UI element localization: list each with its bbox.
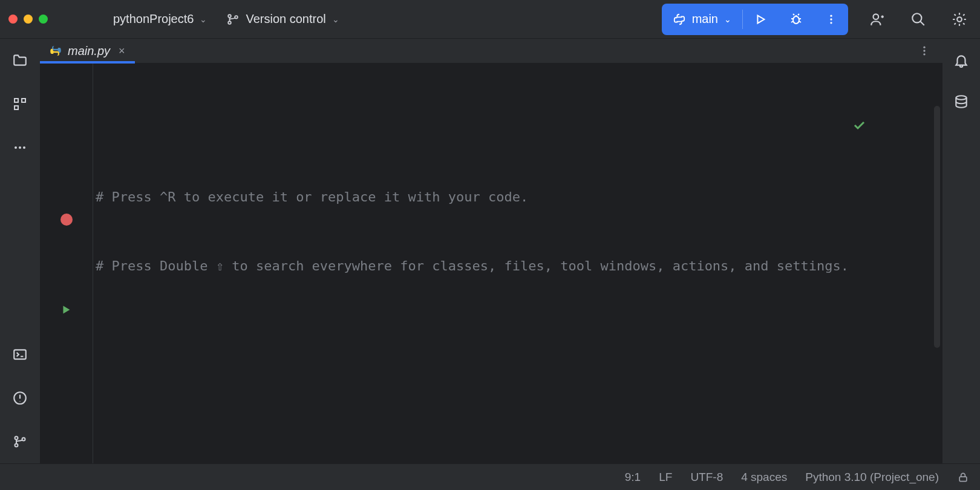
bug-icon: [789, 12, 803, 27]
vcs-tool-button[interactable]: [8, 430, 32, 454]
python-interpreter[interactable]: Python 3.10 (Project_one): [805, 471, 939, 484]
status-bar: 9:1 LF UTF-8 4 spaces Python 3.10 (Proje…: [0, 463, 980, 490]
branch-icon: [226, 13, 240, 26]
breakpoint-marker[interactable]: [60, 214, 73, 226]
chevron-down-icon: ⌄: [200, 15, 207, 24]
svg-point-9: [957, 17, 962, 22]
folder-icon: [12, 53, 28, 68]
svg-point-8: [912, 13, 921, 22]
svg-point-1: [229, 21, 232, 24]
svg-point-18: [15, 437, 18, 440]
indent-setting[interactable]: 4 spaces: [741, 471, 787, 484]
more-horizontal-icon: [13, 140, 27, 155]
debug-button[interactable]: [778, 4, 814, 35]
chevron-down-icon: ⌄: [332, 15, 339, 24]
minimize-window-button[interactable]: [24, 15, 33, 24]
chevron-down-icon: ⌄: [724, 15, 731, 24]
editor-tab[interactable]: main.py ×: [40, 39, 135, 63]
more-vertical-icon: [825, 13, 837, 25]
run-config-name: main: [692, 12, 718, 26]
svg-point-13: [15, 146, 17, 149]
title-bar: pythonProject6 ⌄ Version control ⌄ main …: [0, 0, 980, 39]
more-tools-button[interactable]: [8, 136, 32, 160]
run-config-selector[interactable]: main ⌄: [662, 4, 742, 35]
code-comment: # Press Double ⇧ to search everywhere fo…: [96, 255, 849, 278]
close-window-button[interactable]: [8, 15, 18, 24]
code-line: def print_hi(name):: [96, 462, 942, 463]
bell-icon: [953, 53, 969, 68]
code-content[interactable]: # Press ^R to execute it or replace it w…: [93, 64, 942, 463]
cursor-position[interactable]: 9:1: [625, 471, 641, 484]
more-run-options-button[interactable]: [814, 4, 848, 35]
play-icon: [754, 13, 767, 26]
vcs-selector[interactable]: Version control ⌄: [226, 12, 339, 26]
svg-point-21: [923, 47, 925, 48]
run-button[interactable]: [743, 4, 778, 35]
gear-icon: [952, 11, 967, 27]
left-toolbar: [0, 39, 40, 463]
zoom-window-button[interactable]: [39, 15, 48, 24]
vcs-label: Version control: [246, 12, 325, 26]
run-line-marker[interactable]: [59, 303, 73, 316]
vertical-scrollbar[interactable]: [934, 106, 940, 348]
svg-point-5: [830, 18, 832, 20]
problems-tool-button[interactable]: [8, 386, 32, 410]
editor-gutter[interactable]: [40, 64, 93, 463]
check-icon: [852, 118, 866, 132]
svg-rect-25: [959, 477, 967, 482]
svg-point-2: [235, 16, 238, 19]
main-area: main.py ×: [0, 39, 980, 463]
svg-point-23: [923, 53, 925, 55]
svg-point-0: [229, 15, 232, 18]
right-toolbar: [942, 39, 980, 463]
more-vertical-icon: [918, 45, 930, 57]
structure-tool-button[interactable]: [8, 92, 32, 116]
project-selector[interactable]: pythonProject6 ⌄: [113, 12, 207, 26]
tab-options-button[interactable]: [912, 39, 936, 63]
editor-column: main.py ×: [40, 39, 942, 463]
code-with-me-button[interactable]: [865, 7, 889, 31]
window-controls: [8, 15, 48, 24]
close-tab-button[interactable]: ×: [119, 45, 125, 57]
inspection-ok-icon[interactable]: [852, 72, 932, 178]
python-file-icon: [50, 45, 62, 57]
code-editor[interactable]: # Press ^R to execute it or replace it w…: [40, 64, 942, 463]
svg-point-3: [793, 16, 799, 24]
tab-filename: main.py: [68, 44, 110, 58]
editor-tabs: main.py ×: [40, 39, 942, 64]
add-user-icon: [869, 11, 885, 27]
database-tool-button[interactable]: [949, 90, 973, 114]
alert-icon: [12, 390, 28, 406]
svg-rect-12: [15, 106, 18, 109]
svg-rect-10: [15, 99, 18, 102]
project-tool-button[interactable]: [8, 48, 32, 73]
python-icon: [673, 13, 686, 26]
svg-point-15: [23, 146, 25, 149]
notifications-button[interactable]: [949, 48, 973, 73]
svg-point-7: [874, 14, 879, 19]
svg-point-4: [830, 15, 832, 16]
file-encoding[interactable]: UTF-8: [690, 471, 723, 484]
search-icon: [910, 11, 926, 27]
svg-point-19: [15, 444, 18, 447]
lock-icon: [957, 471, 969, 483]
svg-rect-16: [14, 350, 26, 359]
branch-icon: [13, 434, 27, 449]
svg-point-6: [830, 22, 832, 24]
project-name-label: pythonProject6: [113, 12, 194, 26]
database-icon: [953, 94, 969, 109]
readonly-toggle[interactable]: [957, 471, 969, 483]
search-everywhere-button[interactable]: [906, 7, 930, 31]
line-separator[interactable]: LF: [659, 471, 672, 484]
svg-point-14: [19, 146, 21, 149]
svg-point-22: [923, 50, 925, 51]
svg-point-24: [956, 96, 966, 100]
terminal-tool-button[interactable]: [8, 342, 32, 367]
structure-icon: [13, 97, 27, 111]
play-icon: [59, 303, 73, 316]
svg-rect-11: [22, 99, 25, 102]
run-toolbar: main ⌄: [662, 4, 848, 35]
settings-button[interactable]: [947, 7, 972, 31]
code-comment: # Press ^R to execute it or replace it w…: [96, 186, 528, 209]
svg-point-20: [22, 438, 25, 441]
